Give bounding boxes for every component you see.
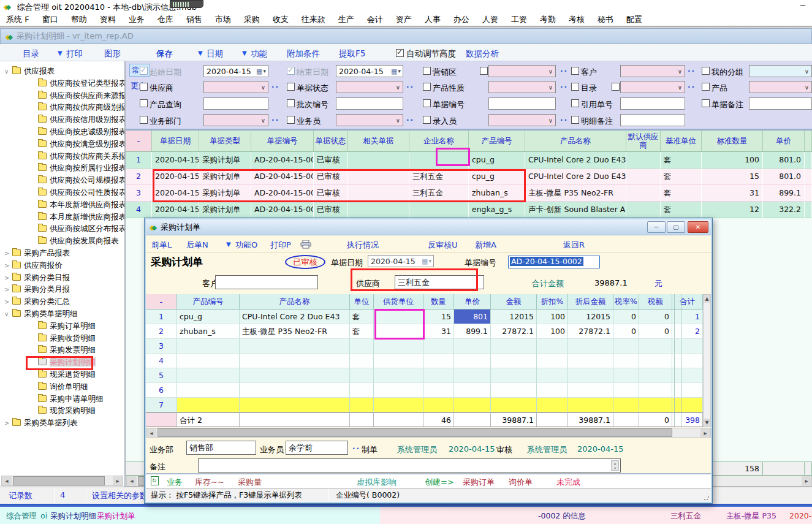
cell-product-name[interactable]: CPU-Intel Core 2 Duo E43 — [525, 169, 626, 185]
cell-unit[interactable]: 套 — [350, 309, 374, 324]
function-button[interactable]: 功能O — [235, 240, 257, 251]
cell-unit-price[interactable] — [454, 368, 491, 383]
column-header[interactable]: 供货单位 — [374, 294, 423, 309]
scroll-right-icon[interactable]: ▸ — [802, 476, 811, 486]
catalog-button[interactable]: 目录 — [23, 48, 39, 59]
cell-product-name[interactable]: CPU-Intel Core 2 Duo E43 — [525, 152, 626, 169]
my-group-checkbox[interactable] — [702, 67, 710, 75]
tree-expand-icon[interactable]: > — [4, 284, 12, 296]
menu-item[interactable]: 工资 — [511, 14, 527, 25]
cell-product-name[interactable] — [240, 339, 350, 354]
menu-item[interactable]: 采购 — [244, 14, 260, 25]
cell-tax[interactable] — [639, 354, 672, 368]
menu-item[interactable]: 资料 — [100, 14, 116, 25]
cell-base-unit[interactable]: 套 — [661, 152, 702, 169]
cell-doc-status[interactable]: 已审核 — [314, 185, 348, 202]
cell-supply-unit[interactable] — [374, 309, 423, 324]
product-query-input[interactable] — [203, 97, 268, 110]
create-link[interactable]: 创建=> — [425, 477, 454, 488]
sidebar-item[interactable]: 供应商按登记类型报表 — [0, 77, 126, 89]
window-minimize-icon[interactable]: ─ — [800, 1, 805, 10]
product-query-checkbox[interactable] — [140, 99, 148, 107]
menu-item[interactable]: 人事 — [425, 14, 441, 25]
cell-tax[interactable] — [639, 398, 672, 412]
cell-tax-rate[interactable] — [613, 398, 639, 412]
cell-total[interactable]: 1 — [672, 309, 703, 324]
start-date-input[interactable]: 2020-04-15▦▾ — [203, 65, 268, 77]
column-header[interactable]: 数量 — [423, 294, 454, 309]
menu-item[interactable]: 业务 — [129, 14, 145, 25]
end-date-input[interactable]: 2020-04-15▦▾ — [336, 65, 403, 77]
date-button[interactable]: 日期 — [207, 48, 223, 59]
customer-input[interactable] — [215, 275, 318, 289]
doc-remark-checkbox[interactable] — [702, 99, 710, 107]
cell-unit-price[interactable] — [454, 383, 491, 398]
cell-related-doc[interactable] — [348, 185, 409, 202]
cell-qty[interactable] — [423, 368, 454, 383]
cell-product-name[interactable]: 主板-微星 P35 Neo2-FR — [240, 324, 350, 339]
sidebar-item[interactable]: 供应商按忠诚级别报表 — [0, 126, 126, 138]
cell-company[interactable] — [409, 152, 469, 169]
scroll-left-icon[interactable]: ◂ — [146, 428, 156, 437]
catalog-checkbox[interactable] — [571, 83, 579, 91]
sidebar-item[interactable]: 供应商按供应商来源报表 — [0, 89, 126, 102]
menu-item[interactable]: 考核 — [569, 14, 585, 25]
cell-default-supplier[interactable] — [626, 169, 661, 185]
cell-total[interactable] — [672, 383, 703, 398]
cell-discounted-amount[interactable] — [568, 383, 613, 398]
cell-unit-price[interactable]: 801.0 — [763, 169, 805, 185]
menu-item[interactable]: 资产 — [396, 14, 412, 25]
column-header[interactable]: 产品编号 — [469, 131, 525, 152]
cell-amount[interactable]: 27872.1 — [491, 324, 537, 339]
column-header[interactable]: 单据日期 — [152, 131, 199, 152]
cell-doc-no[interactable]: AD-20-04-15-0003 — [251, 202, 314, 218]
range-dots[interactable]: ·· — [560, 67, 568, 75]
dropdown-icon[interactable]: ▾ — [263, 68, 266, 74]
cell-base-unit[interactable]: 套 — [661, 169, 702, 185]
batch-no-input[interactable] — [336, 97, 403, 110]
menu-item[interactable]: 办公 — [453, 14, 469, 25]
supplier-input[interactable]: 三利五金 — [395, 275, 484, 289]
cell-discount[interactable] — [537, 383, 568, 398]
cell-total[interactable]: 2 — [672, 324, 703, 339]
dialog-minimize-icon[interactable]: ─ — [647, 221, 666, 233]
range-dots[interactable]: ·· — [406, 116, 414, 124]
menu-item[interactable]: 考勤 — [540, 14, 556, 25]
cell-unit-price[interactable] — [454, 354, 491, 368]
dept-input[interactable]: 销售部 — [186, 441, 256, 455]
column-header[interactable]: 单据类型 — [199, 131, 251, 152]
column-header[interactable]: 单价 — [763, 131, 805, 152]
menu-item[interactable]: 会计 — [367, 14, 383, 25]
cell-product-name[interactable] — [240, 368, 350, 383]
purchase-order-link[interactable]: 采购订单 — [463, 477, 495, 488]
tree-expand-icon[interactable]: > — [4, 296, 12, 308]
menu-item[interactable]: 系统 F — [6, 14, 29, 25]
cell-tax[interactable] — [639, 368, 672, 383]
catalog-select[interactable]: ∨ — [620, 81, 685, 93]
doc-no-input[interactable] — [488, 97, 556, 110]
cell-total[interactable] — [672, 339, 703, 354]
doc-no-input[interactable]: AD-20-04-15-0002 — [508, 256, 600, 268]
virtual-stock-link[interactable]: 虚拟库影响 — [357, 477, 397, 488]
cell-base-unit[interactable]: 套 — [661, 202, 702, 218]
cell-supply-unit[interactable] — [374, 398, 423, 412]
column-header[interactable]: 相关单据 — [348, 131, 409, 152]
doc-remark-input[interactable] — [749, 97, 812, 110]
dialog-title-bar[interactable]: ◆◆ 采购计划单 ─ ▢ ✕ — [146, 219, 711, 235]
cell-unit[interactable] — [350, 383, 374, 398]
sidebar-item[interactable]: 供应商按供应商关系报表 — [0, 150, 126, 162]
supplier-checkbox[interactable] — [140, 83, 148, 91]
cell-qty[interactable] — [423, 398, 454, 412]
cell-base-unit[interactable]: 套 — [661, 185, 702, 202]
cell-qty[interactable]: 15 — [423, 309, 454, 324]
sidebar-item[interactable]: >供应商报价 — [0, 259, 126, 271]
column-header[interactable]: 基准单位 — [661, 131, 702, 152]
menu-item[interactable]: 窗口 — [42, 14, 58, 25]
cell-tax[interactable] — [639, 383, 672, 398]
remark-input[interactable]: ▴▾ — [198, 458, 621, 473]
column-header[interactable]: 单据编号 — [251, 131, 314, 152]
column-header[interactable]: - — [126, 131, 152, 152]
menu-item[interactable]: 收支 — [273, 14, 289, 25]
cell-unit[interactable] — [350, 354, 374, 368]
extract-f5-button[interactable]: 提取F5 — [339, 48, 365, 59]
